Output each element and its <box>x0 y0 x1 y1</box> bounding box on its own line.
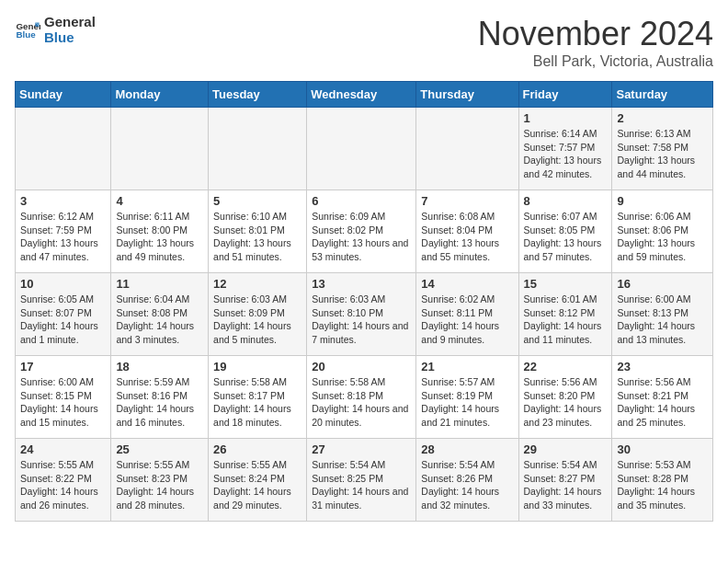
day-info: Sunset: 8:27 PM <box>524 472 608 486</box>
day-number: 6 <box>312 194 411 208</box>
header-monday: Monday <box>111 82 209 108</box>
day-number: 5 <box>213 194 301 208</box>
day-info: Sunrise: 5:55 AM <box>213 458 301 472</box>
day-info: Daylight: 14 hours and 20 minutes. <box>312 402 411 429</box>
day-info: Sunrise: 5:54 AM <box>421 458 513 472</box>
day-info: Sunset: 8:07 PM <box>20 306 106 320</box>
day-number: 17 <box>20 360 106 373</box>
day-info: Sunset: 8:01 PM <box>213 224 301 237</box>
day-info: Daylight: 14 hours and 16 minutes. <box>116 402 203 429</box>
day-info: Daylight: 14 hours and 1 minute. <box>20 319 106 346</box>
day-number: 1 <box>524 111 608 125</box>
day-number: 8 <box>524 194 608 208</box>
calendar-cell: 7Sunrise: 6:08 AMSunset: 8:04 PMDaylight… <box>416 190 518 273</box>
day-info: Sunrise: 6:08 AM <box>421 210 513 224</box>
day-info: Daylight: 14 hours and 25 minutes. <box>617 402 708 429</box>
calendar-cell: 28Sunrise: 5:54 AMSunset: 8:26 PMDayligh… <box>416 439 518 522</box>
calendar-cell: 2Sunrise: 6:13 AMSunset: 7:58 PMDaylight… <box>612 108 713 190</box>
day-number: 4 <box>116 194 203 208</box>
calendar-cell: 17Sunrise: 6:00 AMSunset: 8:15 PMDayligh… <box>16 356 111 439</box>
week-row-1: 3Sunrise: 6:12 AMSunset: 7:59 PMDaylight… <box>16 190 713 273</box>
day-number: 29 <box>524 442 608 456</box>
day-info: Sunset: 8:10 PM <box>312 306 411 320</box>
day-info: Sunrise: 6:06 AM <box>617 210 708 224</box>
week-row-4: 24Sunrise: 5:55 AMSunset: 8:22 PMDayligh… <box>16 439 713 522</box>
calendar-cell: 27Sunrise: 5:54 AMSunset: 8:25 PMDayligh… <box>307 439 416 522</box>
calendar-cell: 26Sunrise: 5:55 AMSunset: 8:24 PMDayligh… <box>209 439 307 522</box>
day-info: Sunrise: 6:01 AM <box>524 293 608 306</box>
day-info: Daylight: 14 hours and 5 minutes. <box>213 319 301 346</box>
day-info: Daylight: 13 hours and 57 minutes. <box>524 236 608 263</box>
day-number: 9 <box>617 194 708 208</box>
calendar-cell: 8Sunrise: 6:07 AMSunset: 8:05 PMDaylight… <box>518 190 612 273</box>
day-info: Sunrise: 6:02 AM <box>421 293 513 306</box>
day-info: Sunrise: 6:14 AM <box>524 127 608 141</box>
day-info: Sunset: 8:05 PM <box>524 224 608 237</box>
day-info: Sunset: 8:12 PM <box>524 306 608 320</box>
calendar-header-row: SundayMondayTuesdayWednesdayThursdayFrid… <box>16 82 713 108</box>
day-info: Sunrise: 5:59 AM <box>116 375 203 389</box>
day-info: Sunset: 8:28 PM <box>617 472 708 486</box>
day-info: Daylight: 14 hours and 21 minutes. <box>421 402 513 429</box>
week-row-2: 10Sunrise: 6:05 AMSunset: 8:07 PMDayligh… <box>16 273 713 356</box>
day-info: Daylight: 13 hours and 49 minutes. <box>116 236 203 263</box>
calendar-cell: 20Sunrise: 5:58 AMSunset: 8:18 PMDayligh… <box>307 356 416 439</box>
day-info: Sunrise: 6:12 AM <box>20 210 106 224</box>
day-info: Sunset: 8:04 PM <box>421 224 513 237</box>
header: General Blue General Blue November 2024 … <box>15 15 713 70</box>
day-info: Sunset: 8:11 PM <box>421 306 513 320</box>
svg-text:Blue: Blue <box>16 29 36 40</box>
day-info: Sunrise: 5:56 AM <box>617 375 708 389</box>
calendar-cell: 23Sunrise: 5:56 AMSunset: 8:21 PMDayligh… <box>612 356 713 439</box>
day-info: Sunrise: 6:04 AM <box>116 293 203 306</box>
title-block: November 2024 Bell Park, Victoria, Austr… <box>478 15 713 70</box>
calendar-cell: 13Sunrise: 6:03 AMSunset: 8:10 PMDayligh… <box>307 273 416 356</box>
day-info: Sunset: 8:25 PM <box>312 472 411 486</box>
day-number: 12 <box>213 277 301 291</box>
day-info: Sunrise: 6:03 AM <box>213 293 301 306</box>
day-info: Daylight: 14 hours and 33 minutes. <box>524 485 608 511</box>
calendar-cell: 24Sunrise: 5:55 AMSunset: 8:22 PMDayligh… <box>16 439 111 522</box>
calendar-cell <box>307 108 416 190</box>
day-info: Sunrise: 5:58 AM <box>213 375 301 389</box>
day-info: Daylight: 13 hours and 55 minutes. <box>421 236 513 263</box>
day-info: Sunrise: 5:53 AM <box>617 458 708 472</box>
calendar-cell: 3Sunrise: 6:12 AMSunset: 7:59 PMDaylight… <box>16 190 111 273</box>
logo-icon: General Blue <box>15 17 40 43</box>
calendar-cell: 22Sunrise: 5:56 AMSunset: 8:20 PMDayligh… <box>518 356 612 439</box>
week-row-0: 1Sunrise: 6:14 AMSunset: 7:57 PMDaylight… <box>16 108 713 190</box>
logo-blue: Blue <box>44 30 96 46</box>
day-number: 20 <box>312 360 411 373</box>
day-info: Daylight: 14 hours and 29 minutes. <box>213 485 301 511</box>
day-info: Sunset: 7:58 PM <box>617 141 708 155</box>
calendar-cell: 16Sunrise: 6:00 AMSunset: 8:13 PMDayligh… <box>612 273 713 356</box>
day-info: Daylight: 14 hours and 18 minutes. <box>213 402 301 429</box>
day-info: Sunset: 8:20 PM <box>524 389 608 403</box>
day-info: Daylight: 14 hours and 32 minutes. <box>421 485 513 511</box>
logo: General Blue General Blue <box>15 15 96 45</box>
day-info: Sunset: 8:08 PM <box>116 306 203 320</box>
calendar-cell: 10Sunrise: 6:05 AMSunset: 8:07 PMDayligh… <box>16 273 111 356</box>
day-number: 23 <box>617 360 708 373</box>
calendar-table: SundayMondayTuesdayWednesdayThursdayFrid… <box>15 81 713 522</box>
day-info: Daylight: 13 hours and 51 minutes. <box>213 236 301 263</box>
day-info: Sunset: 8:13 PM <box>617 306 708 320</box>
day-info: Daylight: 13 hours and 53 minutes. <box>312 236 411 263</box>
day-info: Daylight: 14 hours and 13 minutes. <box>617 319 708 346</box>
day-info: Daylight: 13 hours and 44 minutes. <box>617 154 708 180</box>
day-info: Sunset: 8:26 PM <box>421 472 513 486</box>
day-number: 11 <box>116 277 203 291</box>
day-info: Sunrise: 6:10 AM <box>213 210 301 224</box>
day-info: Sunrise: 5:58 AM <box>312 375 411 389</box>
day-info: Daylight: 14 hours and 7 minutes. <box>312 319 411 346</box>
day-info: Sunrise: 6:03 AM <box>312 293 411 306</box>
day-info: Daylight: 14 hours and 35 minutes. <box>617 485 708 511</box>
calendar-cell: 11Sunrise: 6:04 AMSunset: 8:08 PMDayligh… <box>111 273 209 356</box>
day-info: Sunrise: 5:56 AM <box>524 375 608 389</box>
day-info: Sunrise: 5:55 AM <box>116 458 203 472</box>
day-number: 14 <box>421 277 513 291</box>
day-number: 16 <box>617 277 708 291</box>
header-saturday: Saturday <box>612 82 713 108</box>
calendar-cell <box>209 108 307 190</box>
day-number: 26 <box>213 442 301 456</box>
